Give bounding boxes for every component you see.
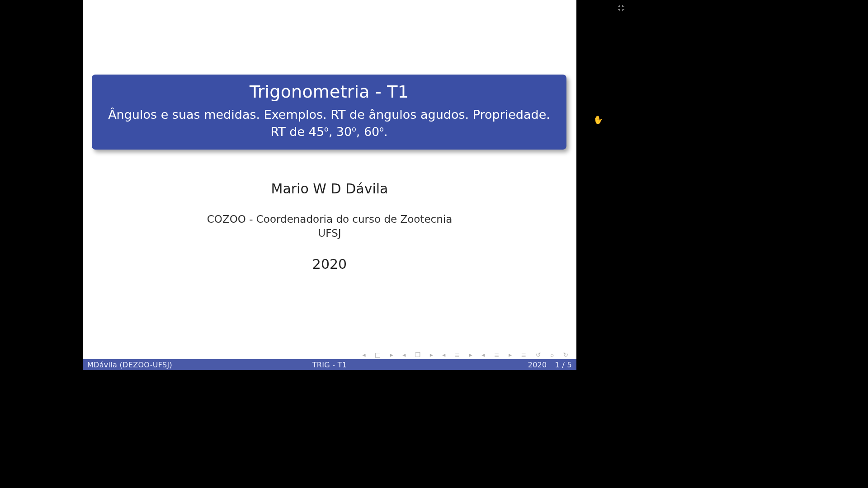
nav-outline-icon[interactable]: ≡ [521, 351, 530, 358]
beamer-nav-strip: ◂ □ ▸ ◂ ❐ ▸ ◂ ≡ ▸ ◂ ≡ ▸ ≡ ↺ ⌕ ↻ [363, 351, 572, 358]
nav-section-prev-icon[interactable]: ◂ ≡ ▸ [442, 351, 476, 358]
nav-first-icon[interactable]: ◂ □ ▸ [363, 351, 397, 358]
exit-fullscreen-icon[interactable] [618, 5, 625, 12]
author: Mario W D Dávila [83, 181, 576, 197]
subtitle-line-2: RT de 45o, 30o, 60o. [271, 125, 388, 139]
hand-cursor-icon: ✋ [592, 114, 604, 125]
footer-right: 2020 1 / 5 [528, 361, 572, 369]
nav-section-next-icon[interactable]: ◂ ≡ ▸ [481, 351, 515, 358]
date: 2020 [83, 256, 576, 272]
institute-line-2: UFSJ [318, 227, 341, 239]
institute: COZOO - Coordenadoria do curso de Zootec… [83, 212, 576, 240]
title-block: Trigonometria - T1 Ângulos e suas medida… [92, 75, 566, 150]
footer-author: MDávila (DEZOO-UFSJ) [87, 361, 172, 369]
subtitle-line-1: Ângulos e suas medidas. Exemplos. RT de … [108, 108, 550, 122]
institute-line-1: COZOO - Coordenadoria do curso de Zootec… [207, 213, 453, 225]
slide-title: Trigonometria - T1 [100, 82, 558, 102]
slide-subtitle: Ângulos e suas medidas. Exemplos. RT de … [100, 106, 558, 141]
slide-footer: MDávila (DEZOO-UFSJ) TRIG - T1 2020 1 / … [83, 359, 576, 370]
footer-page: 1 / 5 [555, 361, 572, 369]
presentation-stage: Trigonometria - T1 Ângulos e suas medida… [0, 0, 868, 488]
slide: Trigonometria - T1 Ângulos e suas medida… [83, 0, 576, 370]
footer-year: 2020 [528, 361, 547, 369]
nav-prev-icon[interactable]: ◂ ❐ ▸ [402, 351, 437, 358]
nav-cycle-icon[interactable]: ↺ ⌕ ↻ [536, 351, 572, 358]
